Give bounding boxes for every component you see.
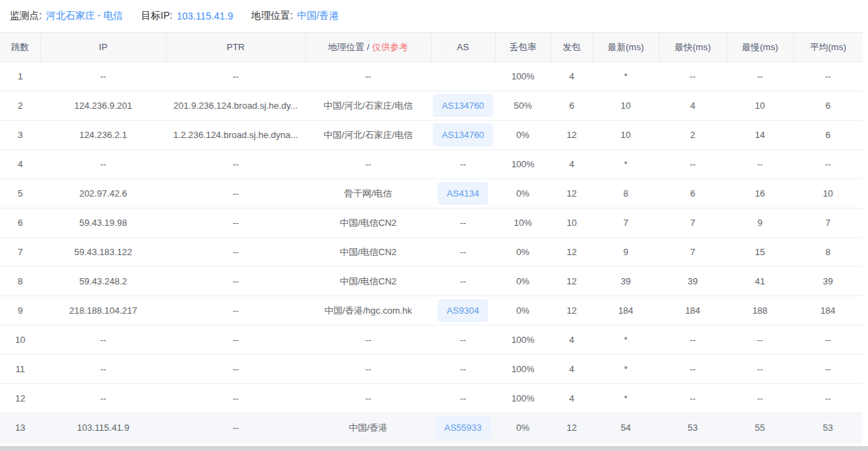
latest-cell: * [593, 355, 659, 384]
table-row: 12--------100%4*------ [0, 384, 862, 413]
as-cell: AS55933 [431, 413, 495, 443]
info-bar: 监测点: 河北石家庄 - 电信 目标IP: 103.115.41.9 地理位置:… [0, 0, 868, 32]
geo-cell: 中国/电信CN2 [305, 208, 431, 238]
fastest-cell: 53 [659, 413, 726, 443]
avg-cell: 184 [793, 296, 862, 326]
fastest-cell: -- [659, 326, 726, 355]
monitor-point-value: 河北石家庄 - 电信 [46, 10, 123, 22]
hop-cell: 1 [0, 62, 40, 91]
ptr-cell: -- [166, 296, 305, 326]
hop-cell: 3 [0, 121, 40, 150]
ip-cell: -- [40, 326, 166, 355]
geo-location-value: 中国/香港 [297, 10, 339, 22]
ptr-cell: -- [166, 413, 305, 443]
slowest-cell: 15 [726, 238, 793, 267]
geo-cell: -- [305, 326, 431, 355]
header-hop: 跳数 [0, 33, 40, 62]
header-fastest: 最快(ms) [659, 33, 726, 62]
ip-cell: -- [40, 384, 166, 413]
table-body: 1------100%4*------2124.236.9.201201.9.2… [0, 62, 862, 443]
table-row: 1------100%4*------ [0, 62, 862, 91]
geo-location-label: 地理位置: [251, 10, 293, 22]
geo-cell: 中国/香港/hgc.com.hk [305, 296, 431, 326]
target-ip-label: 目标IP: [141, 10, 172, 22]
slowest-cell: -- [726, 62, 793, 91]
ptr-cell: -- [166, 150, 305, 179]
fastest-cell: -- [659, 62, 726, 91]
as-cell: -- [431, 355, 495, 384]
hop-cell: 8 [0, 267, 40, 296]
hop-cell: 13 [0, 413, 40, 443]
table-row: 859.43.248.2--中国/电信CN2--0%1239394139 [0, 267, 862, 296]
fastest-cell: 6 [659, 179, 726, 208]
as-link[interactable]: AS134760 [433, 94, 494, 117]
table-row: 10--------100%4*------ [0, 326, 862, 355]
avg-cell: -- [793, 384, 862, 413]
sent-cell: 12 [551, 238, 593, 267]
slowest-cell: -- [726, 150, 793, 179]
latest-cell: * [593, 384, 659, 413]
sent-cell: 12 [551, 121, 593, 150]
header-latest: 最新(ms) [593, 33, 659, 62]
as-cell: -- [431, 238, 495, 267]
ip-cell: 218.188.104.217 [40, 296, 166, 326]
geo-cell: -- [305, 384, 431, 413]
as-link[interactable]: AS4134 [438, 182, 488, 205]
ptr-cell: -- [166, 238, 305, 267]
header-avg: 平均(ms) [793, 33, 862, 62]
latest-cell: 54 [593, 413, 659, 443]
sent-cell: 4 [551, 384, 593, 413]
sent-cell: 12 [551, 413, 593, 443]
fastest-cell: 7 [659, 208, 726, 238]
ip-cell: 59.43.183.122 [40, 238, 166, 267]
latest-cell: 184 [593, 296, 659, 326]
ip-cell: -- [40, 62, 166, 91]
sent-cell: 4 [551, 355, 593, 384]
hop-cell: 5 [0, 179, 40, 208]
header-ptr: PTR [166, 33, 305, 62]
as-cell: -- [431, 208, 495, 238]
as-cell [431, 62, 495, 91]
latest-cell: 10 [593, 121, 659, 150]
target-ip-value: 103.115.41.9 [176, 10, 233, 22]
geo-cell: 中国/香港 [305, 413, 431, 443]
loss-cell: 0% [495, 267, 551, 296]
slowest-cell: 10 [726, 91, 793, 121]
geo-cell: -- [305, 150, 431, 179]
header-ip: IP [40, 33, 166, 62]
horizontal-scrollbar[interactable] [0, 446, 868, 451]
latest-cell: 9 [593, 238, 659, 267]
header-sent: 发包 [551, 33, 593, 62]
as-cell: -- [431, 150, 495, 179]
as-link[interactable]: AS9304 [438, 299, 488, 322]
fastest-cell: 39 [659, 267, 726, 296]
table-row: 759.43.183.122--中国/电信CN2--0%1297158 [0, 238, 862, 267]
ptr-cell: -- [166, 384, 305, 413]
slowest-cell: 55 [726, 413, 793, 443]
sent-cell: 6 [551, 91, 593, 121]
header-geo-note: 仅供参考 [372, 42, 408, 52]
loss-cell: 100% [495, 326, 551, 355]
avg-cell: 6 [793, 91, 862, 121]
ptr-cell: -- [166, 267, 305, 296]
table-row: 2124.236.9.201201.9.236.124.broad.sj.he.… [0, 91, 862, 121]
as-link[interactable]: AS55933 [435, 416, 491, 439]
loss-cell: 10% [495, 208, 551, 238]
latest-cell: 10 [593, 91, 659, 121]
as-cell: AS9304 [431, 296, 495, 326]
sent-cell: 4 [551, 326, 593, 355]
ptr-cell: -- [166, 208, 305, 238]
fastest-cell: -- [659, 384, 726, 413]
latest-cell: * [593, 150, 659, 179]
ptr-cell: -- [166, 355, 305, 384]
slowest-cell: 14 [726, 121, 793, 150]
as-cell: AS134760 [431, 91, 495, 121]
as-link[interactable]: AS134760 [433, 123, 494, 146]
loss-cell: 0% [495, 179, 551, 208]
fastest-cell: 4 [659, 91, 726, 121]
slowest-cell: -- [726, 326, 793, 355]
sent-cell: 4 [551, 62, 593, 91]
ip-cell: 124.236.9.201 [40, 91, 166, 121]
as-cell: -- [431, 267, 495, 296]
table-row: 9218.188.104.217--中国/香港/hgc.com.hkAS9304… [0, 296, 862, 326]
